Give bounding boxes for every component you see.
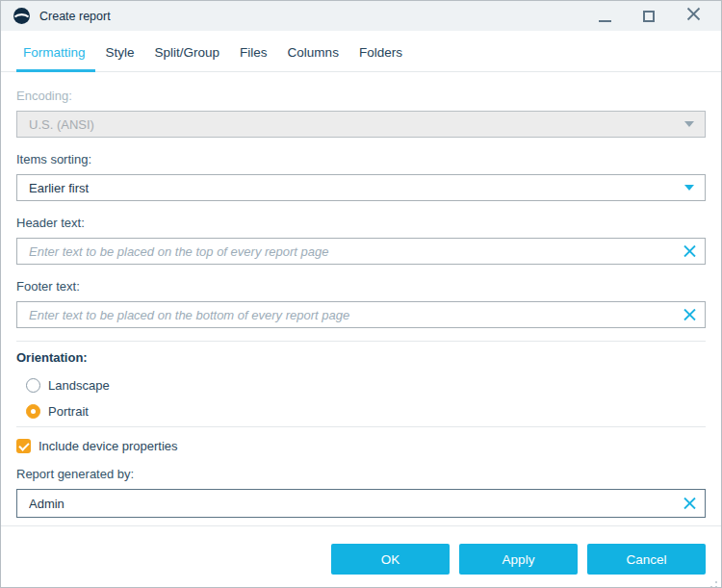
radio-landscape[interactable]: Landscape xyxy=(16,378,706,393)
window-controls xyxy=(594,6,711,27)
tab-formatting[interactable]: Formatting xyxy=(23,44,86,62)
report-generated-by-wrap xyxy=(16,489,706,518)
apply-button[interactable]: Apply xyxy=(459,544,578,575)
separator xyxy=(16,426,706,427)
chevron-down-icon xyxy=(684,121,694,127)
close-icon xyxy=(686,7,701,25)
radio-landscape-label: Landscape xyxy=(48,378,110,393)
include-device-properties-checkbox[interactable]: Include device properties xyxy=(16,439,706,453)
footer-text-label: Footer text: xyxy=(16,279,706,294)
orientation-label: Orientation: xyxy=(16,350,706,366)
chevron-down-icon xyxy=(684,185,694,191)
maximize-icon xyxy=(643,11,655,22)
footer-text-input[interactable] xyxy=(16,301,706,328)
separator xyxy=(16,341,706,342)
maximize-button[interactable] xyxy=(638,6,659,27)
create-report-dialog: Create report Formatting Style Split/Gro… xyxy=(0,0,722,588)
tab-folders[interactable]: Folders xyxy=(359,44,402,62)
window-title: Create report xyxy=(39,10,111,23)
items-sorting-label: Items sorting: xyxy=(16,152,706,167)
radio-unchecked-icon xyxy=(26,378,40,393)
items-sorting-select[interactable]: Earlier first xyxy=(16,174,706,201)
minimize-button[interactable] xyxy=(594,6,615,27)
ok-button[interactable]: OK xyxy=(331,544,450,575)
clear-x-icon[interactable] xyxy=(683,309,696,321)
include-device-properties-label: Include device properties xyxy=(39,439,178,453)
header-text-label: Header text: xyxy=(16,216,706,231)
dialog-footer: OK Apply Cancel xyxy=(1,525,721,575)
checkbox-checked-icon xyxy=(16,439,31,453)
clear-x-icon[interactable] xyxy=(683,245,696,258)
encoding-value: U.S. (ANSI) xyxy=(29,117,94,132)
tab-columns[interactable]: Columns xyxy=(288,44,339,62)
radio-checked-icon xyxy=(26,404,40,419)
tab-split-group[interactable]: Split/Group xyxy=(155,44,220,62)
formatting-panel: Encoding: U.S. (ANSI) Items sorting: Ear… xyxy=(1,89,721,518)
clear-x-icon[interactable] xyxy=(683,498,696,510)
tab-files[interactable]: Files xyxy=(240,44,268,62)
titlebar: Create report xyxy=(1,1,721,31)
app-logo-icon xyxy=(13,8,30,24)
minimize-icon xyxy=(599,20,611,22)
report-generated-by-label: Report generated by: xyxy=(16,467,706,482)
header-text-input[interactable] xyxy=(16,238,706,265)
radio-portrait-label: Portrait xyxy=(48,404,89,419)
cancel-button[interactable]: Cancel xyxy=(587,544,706,575)
items-sorting-value: Earlier first xyxy=(29,181,89,195)
footer-text-wrap xyxy=(16,301,706,328)
resize-grip-icon[interactable] xyxy=(715,581,717,583)
tab-bar: Formatting Style Split/Group Files Colum… xyxy=(1,31,721,72)
encoding-select: U.S. (ANSI) xyxy=(16,111,706,138)
header-text-wrap xyxy=(16,238,706,265)
radio-portrait[interactable]: Portrait xyxy=(16,404,706,419)
tab-style[interactable]: Style xyxy=(106,44,135,62)
close-button[interactable] xyxy=(683,6,704,27)
encoding-label: Encoding: xyxy=(16,89,706,104)
report-generated-by-input[interactable] xyxy=(16,489,706,518)
